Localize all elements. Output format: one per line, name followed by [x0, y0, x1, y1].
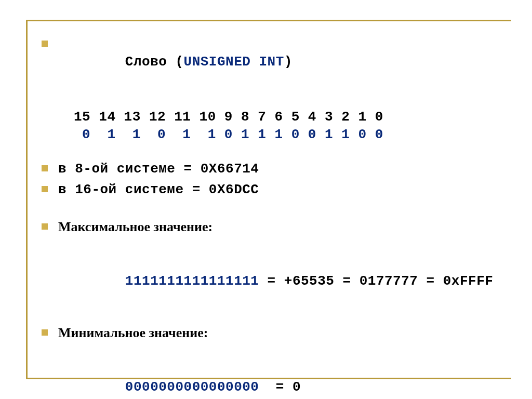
- bit-block: 15 14 13 12 11 10 9 8 7 6 5 4 3 2 1 0 0 …: [42, 108, 511, 143]
- spacer: [42, 91, 511, 108]
- square-bullet-icon: [42, 186, 48, 192]
- bullet-row-octal: в 8-ой системе = 0X66714: [42, 160, 511, 178]
- spacer: [42, 308, 511, 324]
- square-bullet-icon: [42, 165, 48, 171]
- frame-border-top: [26, 20, 511, 21]
- heading-type: UNSIGNED INT: [184, 54, 284, 70]
- bullet-row-max: Максимальное значение:: [42, 218, 511, 236]
- heading-close: ): [284, 54, 292, 70]
- bullet-row-hex: в 16-ой системе = 0X6DCC: [42, 181, 511, 198]
- octal-line: в 8-ой системе = 0X66714: [58, 160, 259, 178]
- square-bullet-icon: [42, 41, 48, 47]
- max-label: Максимальное значение:: [58, 218, 212, 236]
- min-rest: = 0: [259, 379, 301, 395]
- max-rest: = +65535 = 0177777 = 0xFFFF: [259, 273, 493, 289]
- spacer: [42, 143, 511, 160]
- spacer: [42, 202, 511, 218]
- bit-values: 0 1 1 0 1 1 0 1 1 1 0 0 1 1 0 0: [74, 126, 511, 143]
- min-bits: 0000000000000000: [125, 379, 259, 395]
- square-bullet-icon: [42, 223, 48, 230]
- min-value-line: 0000000000000000 = 0: [42, 361, 511, 399]
- slide-content: Слово (UNSIGNED INT) 15 14 13 12 11 10 9…: [26, 25, 511, 399]
- square-bullet-icon: [42, 329, 48, 336]
- bullet-row-heading: Слово (UNSIGNED INT): [42, 35, 511, 88]
- heading-word: Слово (: [125, 54, 184, 70]
- spacer: [42, 345, 511, 361]
- max-bits: 1111111111111111: [125, 273, 259, 289]
- bit-indices: 15 14 13 12 11 10 9 8 7 6 5 4 3 2 1 0: [74, 108, 511, 126]
- max-value: 1111111111111111 = +65535 = 0177777 = 0x…: [58, 255, 511, 308]
- bullet-row-min: Минимальное значение:: [42, 324, 511, 342]
- max-value-line: 1111111111111111 = +65535 = 0177777 = 0x…: [42, 255, 511, 308]
- min-value: 0000000000000000 = 0: [58, 361, 511, 399]
- hex-line: в 16-ой системе = 0X6DCC: [58, 181, 259, 198]
- heading-line: Слово (UNSIGNED INT): [58, 35, 292, 88]
- slide: Слово (UNSIGNED INT) 15 14 13 12 11 10 9…: [0, 0, 532, 399]
- spacer: [42, 239, 511, 255]
- min-label: Минимальное значение:: [58, 324, 208, 342]
